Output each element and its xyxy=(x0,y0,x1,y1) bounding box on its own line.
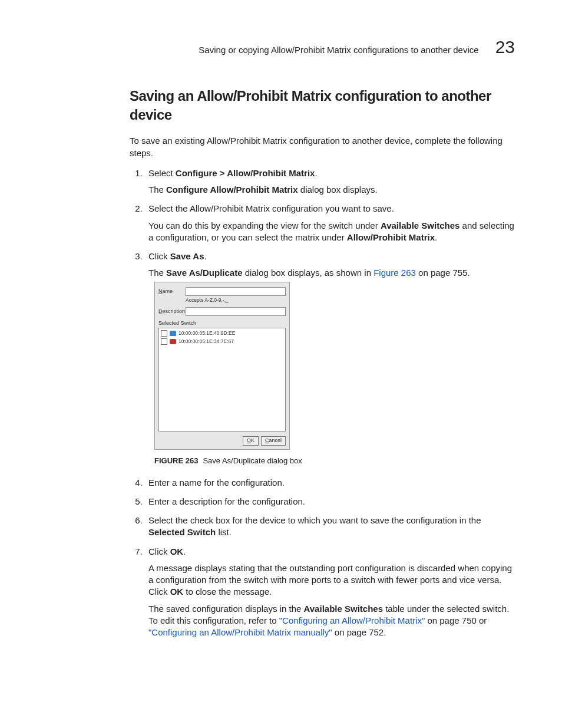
switch-icon xyxy=(170,339,176,344)
dialog-name-row: Name xyxy=(158,287,286,296)
intro-paragraph: To save an existing Allow/Prohibit Matri… xyxy=(130,135,515,159)
switch-icon xyxy=(170,331,176,336)
step-body: You can do this by expanding the view fo… xyxy=(148,220,515,244)
step-text: Select the check box for the device to w… xyxy=(148,515,481,537)
step-text: Enter a description for the configuratio… xyxy=(148,496,305,506)
switch-wwn: 10:00:00:05:1E:40:9D:EE xyxy=(178,330,235,337)
figure-link[interactable]: Figure 263 xyxy=(373,268,416,278)
running-title: Saving or copying Allow/Prohibit Matrix … xyxy=(199,44,478,56)
step-text: Enter a name for the configuration. xyxy=(148,477,285,487)
figure-label: FIGURE 263 xyxy=(154,456,198,465)
step-body: The Save As/Duplicate dialog box display… xyxy=(148,267,515,279)
section-heading: Saving an Allow/Prohibit Matrix configur… xyxy=(130,87,515,125)
selected-switch-label: Selected Switch xyxy=(158,319,286,327)
step-body: The Configure Allow/Prohibit Matrix dial… xyxy=(148,184,515,196)
checkbox-icon[interactable] xyxy=(161,330,167,337)
description-input[interactable] xyxy=(186,307,286,316)
step-4: Enter a name for the configuration. xyxy=(145,477,515,489)
figure-caption-text: Save As/Duplicate dialog box xyxy=(203,456,302,465)
step-2: Select the Allow/Prohibit Matrix configu… xyxy=(145,203,515,243)
step-3: Click Save As. The Save As/Duplicate dia… xyxy=(145,251,515,466)
name-label: Name xyxy=(158,288,186,295)
selected-switch-list: 10:00:00:05:1E:40:9D:EE 10:00:00:05:1E:3… xyxy=(158,328,286,431)
step-text: Select Configure > Allow/Prohibit Matrix… xyxy=(148,168,318,178)
list-item[interactable]: 10:00:00:05:1E:40:9D:EE xyxy=(159,330,285,337)
switch-wwn: 10:00:00:05:1E:34:7E:67 xyxy=(178,338,234,345)
step-body: A message displays stating that the outs… xyxy=(148,562,515,598)
checkbox-icon[interactable] xyxy=(161,338,167,345)
step-text: Select the Allow/Prohibit Matrix configu… xyxy=(148,203,394,213)
name-input[interactable] xyxy=(186,287,286,296)
step-text: Click Save As. xyxy=(148,251,207,261)
chapter-number: 23 xyxy=(495,35,515,60)
step-6: Select the check box for the device to w… xyxy=(145,515,515,539)
step-text: Click OK. xyxy=(148,546,186,556)
ok-button[interactable]: OK xyxy=(243,436,259,446)
page-header: Saving or copying Allow/Prohibit Matrix … xyxy=(47,35,515,60)
page: Saving or copying Allow/Prohibit Matrix … xyxy=(0,0,562,728)
step-1: Select Configure > Allow/Prohibit Matrix… xyxy=(145,167,515,196)
description-label: Description xyxy=(158,308,186,315)
step-7: Click OK. A message displays stating tha… xyxy=(145,546,515,639)
list-item[interactable]: 10:00:00:05:1E:34:7E:67 xyxy=(159,338,285,345)
dialog-buttons: OK Cancel xyxy=(158,436,286,446)
cancel-button[interactable]: Cancel xyxy=(261,436,286,446)
name-hint: Accepts A-Z,0-9,-,_ xyxy=(186,297,286,304)
step-body: The saved configuration displays in the … xyxy=(148,603,515,639)
content-area: Saving an Allow/Prohibit Matrix configur… xyxy=(130,87,515,639)
step-5: Enter a description for the configuratio… xyxy=(145,496,515,508)
figure-caption: FIGURE 263Save As/Duplicate dialog box xyxy=(154,456,515,466)
xref-link[interactable]: "Configuring an Allow/Prohibit Matrix" xyxy=(279,615,425,625)
steps-list: Select Configure > Allow/Prohibit Matrix… xyxy=(130,167,515,639)
xref-link[interactable]: "Configuring an Allow/Prohibit Matrix ma… xyxy=(148,627,332,637)
dialog-desc-row: Description xyxy=(158,307,286,316)
save-as-dialog: Name Accepts A-Z,0-9,-,_ Description Sel… xyxy=(154,282,290,450)
